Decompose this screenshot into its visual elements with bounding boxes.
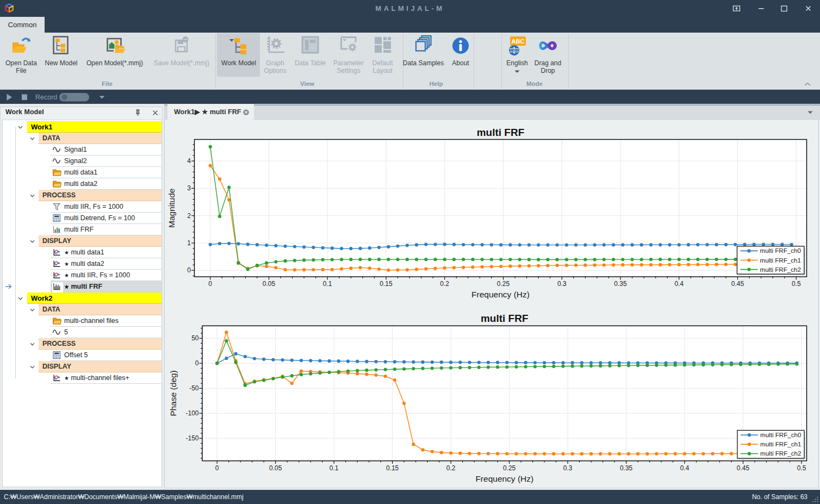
svg-text:multi FRF_ch2: multi FRF_ch2 <box>760 450 801 457</box>
svg-text:2: 2 <box>187 212 191 220</box>
svg-text:0: 0 <box>187 266 191 274</box>
svg-text:0.3: 0.3 <box>563 464 573 472</box>
svg-text:0.05: 0.05 <box>263 280 276 288</box>
svg-text:0.3: 0.3 <box>557 280 567 288</box>
svg-text:4: 4 <box>187 157 191 165</box>
svg-text:multi FRF: multi FRF <box>481 313 529 324</box>
svg-text:0.4: 0.4 <box>680 464 689 472</box>
svg-text:Phase (deg): Phase (deg) <box>169 370 178 416</box>
svg-text:multi FRF_ch1: multi FRF_ch1 <box>760 440 801 447</box>
svg-text:-50: -50 <box>189 384 199 392</box>
svg-text:0.25: 0.25 <box>503 464 516 472</box>
svg-text:Record: Record <box>35 94 57 101</box>
svg-text:0.25: 0.25 <box>497 280 510 288</box>
svg-text:50: 50 <box>191 334 199 342</box>
svg-text:multi FRF: multi FRF <box>477 127 525 138</box>
svg-text:0.45: 0.45 <box>731 280 744 288</box>
svg-text:0.45: 0.45 <box>737 464 750 472</box>
svg-text:0.15: 0.15 <box>386 464 399 472</box>
svg-text:1: 1 <box>187 239 191 247</box>
svg-text:0.35: 0.35 <box>614 280 627 288</box>
svg-text:0.1: 0.1 <box>323 280 332 288</box>
svg-text:multi FRF_ch0: multi FRF_ch0 <box>760 247 801 254</box>
svg-text:0: 0 <box>195 359 199 367</box>
svg-text:0.4: 0.4 <box>674 280 684 288</box>
svg-text:multi FRF_ch2: multi FRF_ch2 <box>760 266 801 273</box>
svg-text:Frequency (Hz): Frequency (Hz) <box>471 290 530 299</box>
svg-text:0: 0 <box>208 280 212 288</box>
svg-text:0.5: 0.5 <box>797 464 806 472</box>
svg-text:3: 3 <box>187 184 191 192</box>
svg-text:0.1: 0.1 <box>330 464 339 472</box>
svg-text:-100: -100 <box>185 409 198 417</box>
svg-text:Magnitude: Magnitude <box>167 189 177 228</box>
svg-text:-150: -150 <box>185 434 198 442</box>
svg-text:0.2: 0.2 <box>446 464 456 472</box>
svg-text:0.15: 0.15 <box>380 280 393 288</box>
svg-text:Frequency (Hz): Frequency (Hz) <box>475 474 533 483</box>
svg-text:multi FRF_ch0: multi FRF_ch0 <box>760 431 801 438</box>
svg-text:0.35: 0.35 <box>620 464 633 472</box>
svg-text:ABC: ABC <box>512 38 525 45</box>
svg-text:0: 0 <box>215 464 219 472</box>
svg-text:0.05: 0.05 <box>269 464 282 472</box>
svg-text:multi FRF_ch1: multi FRF_ch1 <box>760 257 801 264</box>
svg-text:0.2: 0.2 <box>440 280 449 288</box>
svg-text:0.5: 0.5 <box>792 280 801 288</box>
